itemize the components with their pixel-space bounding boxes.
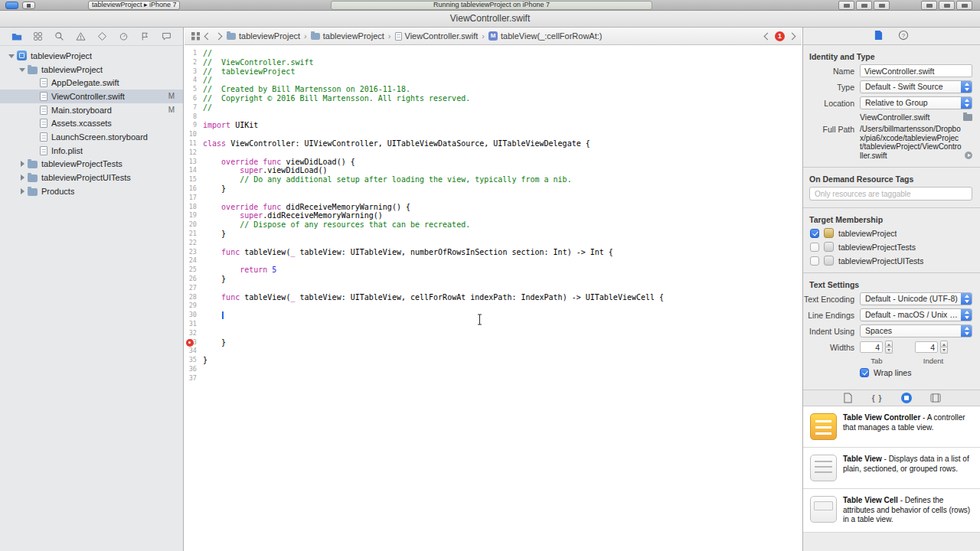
related-items-icon[interactable] bbox=[191, 32, 200, 41]
media-library-icon[interactable] bbox=[929, 392, 942, 404]
navigator-row[interactable]: tableviewProject bbox=[0, 63, 183, 77]
editor-mode-buttons[interactable] bbox=[838, 1, 890, 10]
navigator-row[interactable]: tableviewProject bbox=[0, 49, 183, 63]
issue-count-badge[interactable]: 1 bbox=[775, 31, 785, 41]
library-item[interactable]: Table View Cell - Defines the attributes… bbox=[803, 489, 980, 533]
standard-editor-icon[interactable] bbox=[838, 1, 854, 10]
tab-width-field[interactable]: 4 bbox=[860, 341, 883, 353]
navigator-row[interactable]: Main.storyboardM bbox=[0, 103, 183, 117]
scheme-selector[interactable]: tableviewProject ▸ iPhone 7 bbox=[88, 1, 180, 10]
navigator-row[interactable]: ViewController.swiftM bbox=[0, 90, 183, 103]
code-line[interactable]: 30 bbox=[185, 311, 802, 320]
disclosure-triangle-icon[interactable] bbox=[18, 160, 26, 168]
breadcrumb-item[interactable]: MtableView(_:cellForRowAt:) bbox=[488, 31, 602, 41]
code-line[interactable]: 4// bbox=[185, 76, 802, 85]
code-line[interactable]: 14 super.viewDidLoad() bbox=[185, 166, 802, 175]
navigator-row[interactable]: LaunchScreen.storyboard bbox=[0, 130, 183, 144]
navigator-row[interactable]: Assets.xcassets bbox=[0, 116, 183, 130]
name-field[interactable]: ViewController.swift bbox=[860, 64, 972, 77]
issue-navigator-icon[interactable] bbox=[75, 31, 87, 42]
error-badge-icon[interactable] bbox=[186, 339, 194, 347]
navigator-row[interactable]: Info.plist bbox=[0, 144, 183, 158]
inspector-toggle-icon[interactable] bbox=[956, 1, 972, 10]
code-line[interactable]: 23 func tableView(_ tableView: UITableVi… bbox=[185, 248, 802, 257]
code-line[interactable]: 13 override func viewDidLoad() { bbox=[185, 158, 802, 167]
code-line[interactable]: 31 bbox=[185, 320, 802, 329]
disclosure-triangle-icon[interactable] bbox=[8, 52, 15, 60]
code-line[interactable]: 18 override func didReceiveMemoryWarning… bbox=[185, 203, 802, 212]
code-line[interactable]: 24 bbox=[185, 256, 802, 266]
project-navigator-icon[interactable] bbox=[11, 31, 22, 42]
stop-button[interactable] bbox=[22, 2, 35, 9]
code-line[interactable]: 29 bbox=[185, 302, 802, 311]
object-library-icon[interactable] bbox=[900, 392, 913, 404]
disclosure-triangle-icon[interactable] bbox=[18, 66, 26, 73]
breadcrumb-item[interactable]: tableviewProject bbox=[227, 31, 300, 41]
debug-area-toggle-icon[interactable] bbox=[939, 1, 955, 10]
run-button[interactable] bbox=[5, 2, 18, 9]
folder-icon[interactable] bbox=[963, 114, 972, 121]
code-line[interactable]: 9import UIKit bbox=[185, 121, 802, 130]
navigator-row[interactable]: Products bbox=[0, 184, 183, 198]
code-line[interactable]: 37 bbox=[185, 374, 802, 383]
type-popup[interactable]: Default - Swift Source bbox=[860, 80, 972, 93]
code-editor[interactable]: 1//2// ViewController.swift3// tableview… bbox=[185, 46, 802, 551]
code-line[interactable]: 35} bbox=[185, 356, 802, 365]
version-editor-icon[interactable] bbox=[874, 1, 890, 10]
code-line[interactable]: 7// bbox=[185, 103, 802, 112]
disclosure-triangle-icon[interactable] bbox=[18, 174, 26, 181]
code-line[interactable]: 22 bbox=[185, 239, 802, 248]
back-chevron-icon[interactable] bbox=[204, 32, 212, 40]
stepper-down-icon[interactable] bbox=[885, 347, 893, 354]
file-template-library-icon[interactable] bbox=[842, 392, 854, 404]
file-inspector-icon[interactable] bbox=[874, 30, 883, 42]
location-popup[interactable]: Relative to Group bbox=[860, 96, 972, 109]
odr-tags-input[interactable] bbox=[809, 187, 972, 201]
next-issue-icon[interactable] bbox=[789, 32, 796, 40]
code-line[interactable]: 21 } bbox=[185, 230, 802, 239]
code-line[interactable]: 32 bbox=[185, 329, 802, 338]
panel-toggle-buttons[interactable] bbox=[921, 1, 972, 10]
code-line[interactable]: 1// bbox=[185, 49, 802, 58]
code-snippet-library-icon[interactable]: { } bbox=[871, 392, 884, 404]
code-line[interactable]: 34 bbox=[185, 347, 802, 356]
code-line[interactable]: 3// tableviewProject bbox=[185, 67, 802, 77]
code-line[interactable]: 2// ViewController.swift bbox=[185, 58, 802, 67]
tab-width-stepper[interactable] bbox=[885, 341, 893, 354]
target-checkbox[interactable] bbox=[810, 256, 819, 266]
code-line[interactable]: 36 bbox=[185, 365, 802, 374]
code-line[interactable]: 19 super.didReceiveMemoryWarning() bbox=[185, 211, 802, 220]
code-line[interactable]: 17 bbox=[185, 194, 802, 203]
code-line[interactable]: 20 // Dispose of any resources that can … bbox=[185, 220, 802, 230]
stepper-down-icon[interactable] bbox=[940, 347, 948, 354]
code-line[interactable]: 28 func tableView(_ tableView: UITableVi… bbox=[185, 293, 802, 302]
code-line[interactable]: 8 bbox=[185, 112, 802, 122]
test-navigator-icon[interactable] bbox=[96, 31, 108, 42]
breadcrumb-item[interactable]: tableviewProject bbox=[311, 31, 384, 41]
forward-chevron-icon[interactable] bbox=[215, 32, 223, 40]
disclosure-triangle-icon[interactable] bbox=[18, 187, 26, 195]
code-line[interactable]: 5// Created by Bill Martensson on 2016-1… bbox=[185, 85, 802, 94]
previous-issue-icon[interactable] bbox=[764, 32, 772, 40]
quick-help-icon[interactable]: ? bbox=[898, 30, 909, 42]
stepper-up-icon[interactable] bbox=[940, 341, 948, 347]
wrap-lines-checkbox[interactable] bbox=[860, 368, 869, 377]
code-line[interactable]: 6// Copyright © 2016 Bill Martensson. Al… bbox=[185, 94, 802, 103]
code-line[interactable]: 16 } bbox=[185, 184, 802, 194]
library-item[interactable]: Table View Controller - A controller tha… bbox=[803, 406, 980, 448]
line-endings-popup[interactable]: Default - macOS / Unix (LF) bbox=[860, 308, 972, 321]
code-line[interactable]: 15 // Do any additional setup after load… bbox=[185, 175, 802, 184]
indent-using-popup[interactable]: Spaces bbox=[860, 324, 972, 337]
navigator-row[interactable]: tableviewProjectUITests bbox=[0, 171, 183, 184]
code-line[interactable]: 26 } bbox=[185, 275, 802, 284]
indent-width-stepper[interactable] bbox=[940, 341, 948, 354]
target-checkbox[interactable] bbox=[810, 229, 819, 238]
code-line[interactable]: 11class ViewController: UIViewController… bbox=[185, 139, 802, 148]
code-line[interactable]: 27 bbox=[185, 284, 802, 293]
target-checkbox[interactable] bbox=[810, 243, 819, 252]
breadcrumb-item[interactable]: ViewController.swift bbox=[395, 31, 479, 41]
encoding-popup[interactable]: Default - Unicode (UTF-8) bbox=[860, 292, 972, 305]
stepper-up-icon[interactable] bbox=[885, 341, 893, 347]
breakpoint-navigator-icon[interactable] bbox=[139, 31, 151, 42]
indent-width-field[interactable]: 4 bbox=[915, 341, 938, 353]
